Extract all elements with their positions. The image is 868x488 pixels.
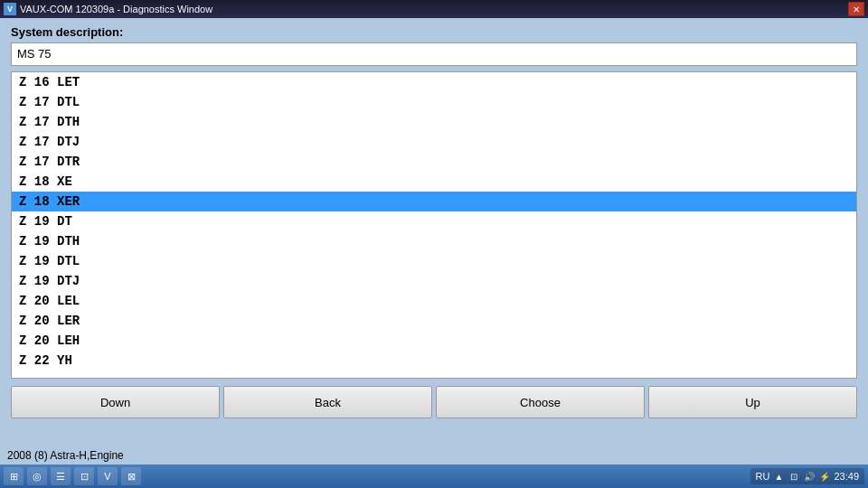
list-item[interactable]: Z 19 DTL [12, 251, 856, 271]
down-button[interactable]: Down [11, 386, 220, 418]
taskbar: ⊞ ◎ ☰ ⊡ V ⊠ RU ▲ ⊡ 🔊 ⚡ 23:49 [0, 465, 868, 488]
system-description-value: MS 75 [11, 42, 857, 66]
taskbar-icon-4[interactable]: V [98, 467, 118, 485]
list-item[interactable]: Z 18 XER [12, 192, 856, 211]
engine-list[interactable]: Z 16 LETZ 17 DTLZ 17 DTHZ 17 DTJZ 17 DTR… [11, 71, 857, 379]
taskbar-icon-3[interactable]: ⊡ [74, 467, 94, 485]
list-item[interactable]: Z 19 DTH [12, 231, 856, 251]
start-button[interactable]: ⊞ [4, 467, 24, 485]
taskbar-left: ⊞ ◎ ☰ ⊡ V ⊠ [4, 467, 141, 485]
main-content: System description: MS 75 Z 16 LETZ 17 D… [0, 18, 868, 426]
list-item[interactable]: Z 22 YH [12, 351, 856, 371]
window-title: VAUX-COM 120309a - Diagnostics Window [20, 4, 212, 14]
back-button[interactable]: Back [223, 386, 432, 418]
app-icon: V [4, 3, 16, 15]
title-bar: V VAUX-COM 120309a - Diagnostics Window … [0, 0, 868, 18]
close-button[interactable]: ✕ [848, 2, 864, 16]
tray-icon-4: ⚡ [818, 470, 831, 483]
taskbar-icon-5[interactable]: ⊠ [121, 467, 141, 485]
list-item[interactable]: Z 17 DTR [12, 152, 856, 172]
locale-indicator: RU [756, 471, 770, 482]
tray-icon-1: ▲ [772, 470, 785, 483]
list-item[interactable]: Z 20 LEH [12, 331, 856, 351]
taskbar-icon-2[interactable]: ☰ [51, 467, 71, 485]
list-item[interactable]: Z 20 LER [12, 311, 856, 331]
list-item[interactable]: Z 17 DTL [12, 92, 856, 112]
clock: 23:49 [834, 471, 859, 482]
system-description-label: System description: [11, 25, 857, 39]
taskbar-icon-1[interactable]: ◎ [27, 467, 47, 485]
status-bar: 2008 (8) Astra-H,Engine [0, 446, 868, 465]
list-item[interactable]: Z 16 LET [12, 72, 856, 92]
list-item[interactable]: Z 18 XE [12, 172, 856, 192]
status-text: 2008 (8) Astra-H,Engine [7, 449, 124, 462]
taskbar-tray: RU ▲ ⊡ 🔊 ⚡ 23:49 [750, 468, 864, 484]
list-item[interactable]: Z 19 DT [12, 211, 856, 231]
list-item[interactable]: Z 17 DTH [12, 112, 856, 132]
list-item[interactable]: Z 20 LEL [12, 291, 856, 311]
list-item[interactable]: Z 17 DTJ [12, 132, 856, 152]
up-button[interactable]: Up [648, 386, 857, 418]
tray-icon-3: 🔊 [803, 470, 816, 483]
taskbar-right: RU ▲ ⊡ 🔊 ⚡ 23:49 [750, 468, 864, 484]
title-bar-left: V VAUX-COM 120309a - Diagnostics Window [4, 3, 212, 15]
list-item[interactable]: Z 19 DTJ [12, 271, 856, 291]
button-row: Down Back Choose Up [11, 386, 857, 418]
choose-button[interactable]: Choose [436, 386, 645, 418]
tray-icon-2: ⊡ [788, 470, 800, 483]
